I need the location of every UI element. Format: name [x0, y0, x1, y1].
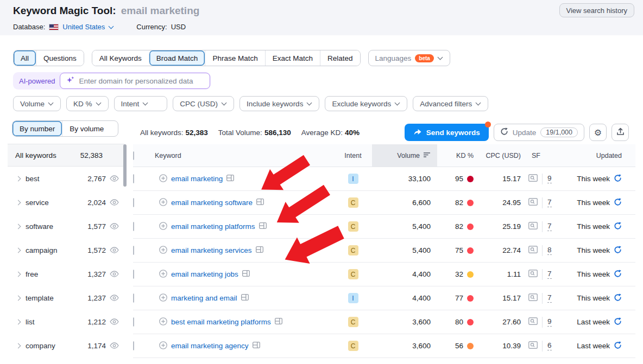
tab-questions[interactable]: Questions [36, 50, 84, 66]
column-header-keyword[interactable]: Keyword [155, 152, 334, 159]
filter-kd[interactable]: KD % [66, 96, 109, 111]
keyword-link[interactable]: email marketing platforms [171, 222, 255, 231]
sidebar-group-campaign[interactable]: campaign1,572 [8, 238, 124, 262]
tab-all[interactable]: All [14, 50, 36, 66]
column-header-cpc[interactable]: CPC (USD) [478, 152, 524, 159]
eye-icon[interactable] [110, 271, 119, 277]
ads-history-icon[interactable] [528, 246, 538, 255]
eye-icon[interactable] [110, 175, 119, 182]
refresh-icon[interactable] [614, 317, 622, 327]
refresh-icon[interactable] [614, 222, 622, 232]
row-checkbox[interactable] [133, 222, 134, 231]
serp-features-icon[interactable] [259, 222, 267, 231]
sidebar-group-template[interactable]: template1,237 [8, 286, 124, 310]
keyword-link[interactable]: email marketing agency [171, 342, 249, 350]
tab-broad-match[interactable]: Broad Match [149, 50, 205, 66]
column-header-sf[interactable]: SF [524, 152, 562, 159]
add-keyword-icon[interactable] [159, 341, 167, 351]
view-search-history-button[interactable]: View search history [559, 3, 634, 17]
serp-features-icon[interactable] [241, 294, 249, 302]
filter-advanced-filters[interactable]: Advanced filters [413, 96, 488, 111]
sf-count-link[interactable]: 7 [547, 222, 552, 231]
add-keyword-icon[interactable] [159, 246, 167, 256]
sf-count-link[interactable]: 8 [547, 246, 552, 255]
ads-history-icon[interactable] [528, 341, 538, 350]
settings-button[interactable]: ⚙ [589, 124, 607, 141]
filter-cpc-usd[interactable]: CPC (USD) [173, 96, 234, 111]
column-header-kd[interactable]: KD % [437, 152, 478, 159]
intent-badge[interactable]: C [348, 269, 358, 279]
intent-badge[interactable]: C [348, 221, 358, 232]
row-checkbox[interactable] [133, 270, 134, 279]
ads-history-icon[interactable] [528, 270, 538, 279]
filter-volume[interactable]: Volume [13, 96, 61, 111]
intent-badge[interactable]: I [348, 293, 358, 303]
sidebar-group-list[interactable]: list1,212 [8, 310, 124, 334]
add-keyword-icon[interactable] [159, 222, 167, 232]
intent-badge[interactable]: C [348, 245, 358, 256]
intent-badge[interactable]: C [348, 341, 358, 351]
sf-count-link[interactable]: 7 [547, 270, 552, 279]
keyword-link[interactable]: email marketing software [171, 199, 253, 207]
export-button[interactable] [612, 124, 629, 141]
refresh-icon[interactable] [614, 341, 622, 351]
intent-badge[interactable]: C [348, 197, 358, 208]
filter-exclude-keywords[interactable]: Exclude keywords [325, 96, 407, 111]
database-selector[interactable]: United States [62, 23, 114, 31]
eye-icon[interactable] [110, 199, 119, 206]
sf-count-link[interactable]: 9 [547, 174, 552, 183]
ads-history-icon[interactable] [528, 198, 538, 207]
sidebar-group-software[interactable]: software1,577 [8, 214, 124, 238]
eye-icon[interactable] [110, 318, 119, 325]
column-header-volume[interactable]: Volume [372, 144, 437, 167]
refresh-icon[interactable] [614, 174, 622, 184]
tab-phrase-match[interactable]: Phrase Match [205, 50, 264, 66]
sidebar-group-free[interactable]: free1,327 [8, 262, 124, 286]
tab-exact-match[interactable]: Exact Match [265, 50, 320, 66]
add-keyword-icon[interactable] [159, 293, 167, 303]
eye-icon[interactable] [110, 223, 119, 229]
keyword-link[interactable]: email marketing [171, 175, 223, 183]
filter-include-keywords[interactable]: Include keywords [239, 96, 319, 111]
tab-all-keywords[interactable]: All Keywords [92, 50, 149, 66]
add-keyword-icon[interactable] [159, 317, 167, 327]
row-checkbox[interactable] [133, 246, 134, 255]
filter-intent[interactable]: Intent [114, 96, 168, 111]
column-header-intent[interactable]: Intent [334, 152, 372, 159]
column-header-updated[interactable]: Updated [562, 152, 635, 159]
send-keywords-button[interactable]: Send keywords [405, 124, 489, 141]
intent-badge[interactable]: C [348, 317, 358, 327]
sidebar-scrollbar[interactable] [123, 144, 127, 187]
keyword-link[interactable]: email marketing services [171, 246, 252, 254]
add-keyword-icon[interactable] [159, 270, 167, 279]
refresh-icon[interactable] [614, 293, 622, 303]
languages-dropdown[interactable]: Languages beta [368, 50, 450, 66]
eye-icon[interactable] [110, 342, 119, 349]
select-all-checkbox[interactable] [133, 151, 134, 160]
ads-history-icon[interactable] [528, 222, 538, 231]
refresh-icon[interactable] [614, 270, 622, 279]
row-checkbox[interactable] [133, 293, 134, 303]
serp-features-icon[interactable] [275, 318, 282, 326]
all-keywords-row[interactable]: All keywords 52,383 [8, 144, 124, 167]
add-keyword-icon[interactable] [159, 174, 167, 184]
sf-count-link[interactable]: 7 [547, 293, 552, 303]
tab-by-number[interactable]: By number [12, 121, 62, 136]
eye-icon[interactable] [110, 295, 119, 301]
sf-count-link[interactable]: 6 [547, 341, 552, 350]
sf-count-link[interactable]: 7 [547, 198, 552, 207]
sidebar-group-service[interactable]: service2,024 [8, 190, 124, 214]
update-button[interactable]: Update 19/1,000 [494, 124, 584, 141]
domain-input[interactable] [79, 77, 204, 85]
eye-icon[interactable] [110, 247, 119, 253]
refresh-icon[interactable] [614, 198, 622, 208]
ads-history-icon[interactable] [528, 293, 538, 303]
sf-count-link[interactable]: 9 [547, 317, 552, 327]
row-checkbox[interactable] [133, 174, 134, 183]
ads-history-icon[interactable] [528, 317, 538, 327]
keyword-link[interactable]: best email marketing platforms [171, 318, 271, 326]
ads-history-icon[interactable] [528, 174, 538, 183]
refresh-icon[interactable] [614, 246, 622, 256]
keyword-link[interactable]: marketing and email [171, 294, 237, 302]
serp-features-icon[interactable] [256, 246, 263, 254]
